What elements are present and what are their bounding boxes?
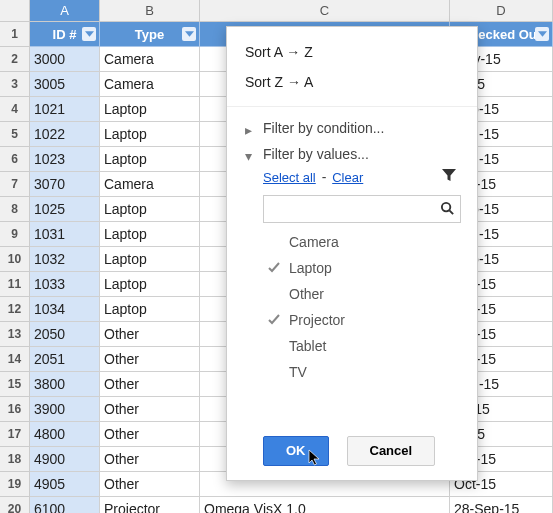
- filter-dropdown-icon[interactable]: [182, 27, 196, 41]
- triangle-down-icon: ▾: [245, 148, 255, 158]
- filter-value-label: Projector: [289, 312, 345, 328]
- select-all-link[interactable]: Select all: [263, 170, 316, 185]
- filter-by-condition[interactable]: ▸ Filter by condition...: [227, 115, 477, 141]
- row-header[interactable]: 20: [0, 497, 30, 513]
- row-header[interactable]: 10: [0, 247, 30, 272]
- row-header[interactable]: 6: [0, 147, 30, 172]
- ok-button[interactable]: OK: [263, 436, 329, 466]
- cell[interactable]: Camera: [100, 47, 200, 72]
- filter-value-item[interactable]: Camera: [263, 229, 457, 255]
- cell[interactable]: 3005: [30, 72, 100, 97]
- checkmark-icon: [267, 261, 281, 278]
- cell[interactable]: Camera: [100, 72, 200, 97]
- cell[interactable]: Other: [100, 347, 200, 372]
- row-header[interactable]: 15: [0, 372, 30, 397]
- filter-search: [263, 195, 461, 223]
- cell[interactable]: Other: [100, 447, 200, 472]
- cell[interactable]: Laptop: [100, 272, 200, 297]
- cell[interactable]: Laptop: [100, 122, 200, 147]
- filter-dropdown-icon[interactable]: [535, 27, 549, 41]
- cell[interactable]: Omega VisX 1.0: [200, 497, 450, 513]
- row-header[interactable]: 8: [0, 197, 30, 222]
- cell[interactable]: Laptop: [100, 222, 200, 247]
- filter-values-label: Filter by values...: [263, 146, 369, 162]
- filter-value-item[interactable]: Projector: [263, 307, 457, 333]
- cell[interactable]: 2051: [30, 347, 100, 372]
- cell[interactable]: Other: [100, 472, 200, 497]
- cell[interactable]: 1023: [30, 147, 100, 172]
- table-header-label: ID #: [53, 27, 77, 42]
- filter-value-label: Tablet: [289, 338, 326, 354]
- filter-dropdown-icon[interactable]: [82, 27, 96, 41]
- cell[interactable]: 3070: [30, 172, 100, 197]
- cell[interactable]: 4800: [30, 422, 100, 447]
- cell[interactable]: 28-Sep-15: [450, 497, 553, 513]
- cell[interactable]: 1031: [30, 222, 100, 247]
- cancel-button[interactable]: Cancel: [347, 436, 436, 466]
- values-scrollbar[interactable]: [457, 229, 463, 364]
- cell[interactable]: Other: [100, 422, 200, 447]
- row-header[interactable]: 4: [0, 97, 30, 122]
- row-header[interactable]: 13: [0, 322, 30, 347]
- filter-by-values[interactable]: ▾ Filter by values...: [227, 141, 477, 167]
- sort-za[interactable]: Sort Z → A: [227, 67, 477, 97]
- cell[interactable]: 4900: [30, 447, 100, 472]
- cell[interactable]: 3900: [30, 397, 100, 422]
- row-header[interactable]: 16: [0, 397, 30, 422]
- cell[interactable]: 4905: [30, 472, 100, 497]
- cell[interactable]: 1025: [30, 197, 100, 222]
- cell[interactable]: 3000: [30, 47, 100, 72]
- col-header-D[interactable]: D: [450, 0, 553, 22]
- table-header-B[interactable]: Type: [100, 22, 200, 47]
- funnel-icon[interactable]: [441, 167, 457, 186]
- svg-line-1: [449, 210, 453, 214]
- filter-value-item[interactable]: Other: [263, 281, 457, 307]
- sort-az[interactable]: Sort A → Z: [227, 37, 477, 67]
- cell[interactable]: Camera: [100, 172, 200, 197]
- row-header[interactable]: 11: [0, 272, 30, 297]
- cell[interactable]: 1033: [30, 272, 100, 297]
- table-header-A[interactable]: ID #: [30, 22, 100, 47]
- cell[interactable]: 2050: [30, 322, 100, 347]
- row-header[interactable]: 5: [0, 122, 30, 147]
- search-icon: [440, 201, 455, 219]
- filter-value-label: TV: [289, 364, 307, 380]
- row-header[interactable]: 14: [0, 347, 30, 372]
- cell[interactable]: Other: [100, 372, 200, 397]
- row-header[interactable]: 9: [0, 222, 30, 247]
- cell[interactable]: Laptop: [100, 247, 200, 272]
- cell[interactable]: 1032: [30, 247, 100, 272]
- col-header-B[interactable]: B: [100, 0, 200, 22]
- filter-search-input[interactable]: [263, 195, 461, 223]
- row-header[interactable]: 12: [0, 297, 30, 322]
- cell[interactable]: 1034: [30, 297, 100, 322]
- cell[interactable]: Other: [100, 397, 200, 422]
- filter-value-item[interactable]: Laptop: [263, 255, 457, 281]
- row-header[interactable]: 3: [0, 72, 30, 97]
- col-header-C[interactable]: C: [200, 0, 450, 22]
- corner-cell[interactable]: [0, 0, 30, 22]
- cell[interactable]: Laptop: [100, 297, 200, 322]
- cell[interactable]: Laptop: [100, 197, 200, 222]
- row-header[interactable]: 1: [0, 22, 30, 47]
- filter-value-item[interactable]: TV: [263, 359, 457, 385]
- cell[interactable]: 6100: [30, 497, 100, 513]
- cell[interactable]: Other: [100, 322, 200, 347]
- row-header[interactable]: 18: [0, 447, 30, 472]
- cell[interactable]: Laptop: [100, 147, 200, 172]
- cell[interactable]: 3800: [30, 372, 100, 397]
- cell[interactable]: Projector: [100, 497, 200, 513]
- cell[interactable]: 1022: [30, 122, 100, 147]
- checkmark-icon: [267, 313, 281, 330]
- cell[interactable]: Laptop: [100, 97, 200, 122]
- cell[interactable]: 1021: [30, 97, 100, 122]
- row-header[interactable]: 17: [0, 422, 30, 447]
- filter-value-item[interactable]: Tablet: [263, 333, 457, 359]
- dash-separator: -: [322, 169, 327, 185]
- row-header[interactable]: 2: [0, 47, 30, 72]
- clear-link[interactable]: Clear: [332, 170, 363, 185]
- col-header-A[interactable]: A: [30, 0, 100, 22]
- filter-value-label: Laptop: [289, 260, 332, 276]
- row-header[interactable]: 7: [0, 172, 30, 197]
- row-header[interactable]: 19: [0, 472, 30, 497]
